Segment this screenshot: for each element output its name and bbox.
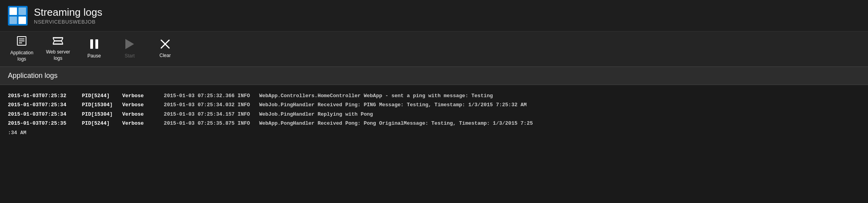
svg-rect-4 (19, 17, 26, 24)
web-server-logs-button[interactable]: Web serverlogs (40, 31, 76, 67)
log-level-2: Verbose (122, 100, 158, 109)
pause-button[interactable]: Pause (76, 31, 112, 67)
log-level-3: Verbose (122, 110, 158, 119)
log-pid-4: PID[5244] (79, 119, 122, 128)
clear-icon (160, 39, 170, 50)
svg-rect-3 (9, 17, 17, 24)
toolbar: Applicationlogs Web serverlogs Pause (0, 31, 868, 67)
log-level-1: Verbose (122, 91, 158, 100)
app-header: Streaming logs NSERVICEBUSWEBJOB (0, 0, 868, 31)
log-row-3: 2015-01-03T07:25:34 PID[15304] Verbose 2… (8, 110, 860, 119)
log-row-5: :34 AM (8, 128, 860, 137)
application-logs-button[interactable]: Applicationlogs (4, 31, 40, 67)
log-timestamp-1: 2015-01-03T07:25:32 (8, 91, 79, 100)
header-title: Streaming logs (34, 6, 102, 18)
log-message-4: 2015-01-03 07:25:35.875 INFO WebApp.Pong… (158, 119, 533, 128)
log-level-4: Verbose (122, 119, 158, 128)
svg-rect-16 (90, 39, 93, 49)
log-row-4: 2015-01-03T07:25:35 PID[5244] Verbose 20… (8, 119, 860, 128)
section-title: Application logs (8, 72, 58, 79)
header-text: Streaming logs NSERVICEBUSWEBJOB (34, 6, 102, 24)
start-button[interactable]: Start (112, 31, 147, 67)
svg-rect-1 (9, 7, 17, 15)
start-label: Start (125, 53, 134, 59)
clear-button[interactable]: Clear (147, 31, 183, 67)
header-subtitle: NSERVICEBUSWEBJOB (34, 19, 102, 25)
log-message-1: 2015-01-03 07:25:32.366 INFO WebApp.Cont… (158, 91, 493, 100)
log-pid-2: PID[15304] (79, 100, 122, 109)
application-logs-icon (17, 36, 27, 48)
log-timestamp-3: 2015-01-03T07:25:34 (8, 110, 79, 119)
app-icon (8, 6, 28, 26)
log-message-5: :34 AM (8, 128, 26, 137)
svg-rect-2 (19, 7, 26, 15)
log-pid-3: PID[15304] (79, 110, 122, 119)
web-server-logs-label: Web serverlogs (46, 49, 70, 61)
log-pid-1: PID[5244] (79, 91, 122, 100)
log-area: 2015-01-03T07:25:32 PID[5244] Verbose 20… (0, 85, 868, 144)
log-message-3: 2015-01-03 07:25:34.157 INFO WebJob.Ping… (158, 110, 373, 119)
web-server-logs-icon (53, 37, 63, 47)
log-row-2: 2015-01-03T07:25:34 PID[15304] Verbose 2… (8, 100, 860, 109)
start-icon (125, 39, 134, 51)
section-header: Application logs (0, 67, 868, 85)
pause-label: Pause (88, 53, 101, 59)
pause-icon (90, 39, 99, 51)
log-timestamp-4: 2015-01-03T07:25:35 (8, 119, 79, 128)
svg-rect-17 (95, 39, 98, 49)
log-timestamp-2: 2015-01-03T07:25:34 (8, 100, 79, 109)
svg-marker-18 (125, 39, 134, 49)
clear-label: Clear (160, 53, 171, 59)
log-row-1: 2015-01-03T07:25:32 PID[5244] Verbose 20… (8, 91, 860, 100)
log-message-2: 2015-01-03 07:25:34.032 INFO WebJob.Ping… (158, 100, 527, 109)
application-logs-label: Applicationlogs (10, 50, 34, 62)
